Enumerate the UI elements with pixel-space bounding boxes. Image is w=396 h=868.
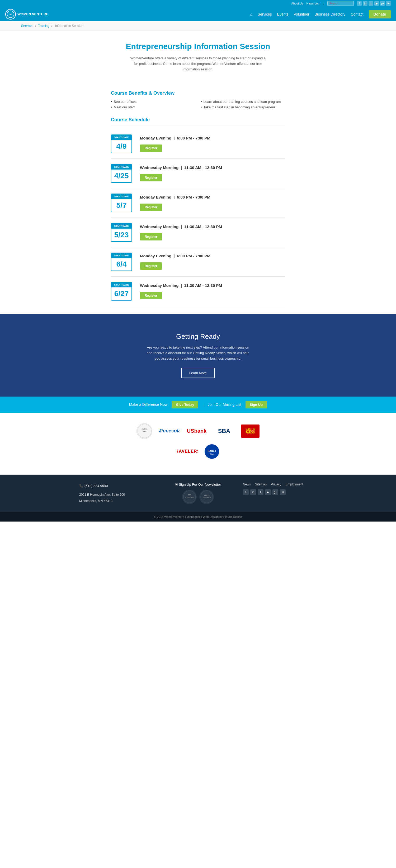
footer-address1: 2021 E Hennepin Ave, Suite 200 (79, 492, 153, 498)
benefit-item-2: Meet our staff (111, 105, 195, 109)
linkedin-icon[interactable]: in (363, 1, 367, 6)
logo-icon: W (5, 9, 16, 20)
register-button-6[interactable]: Register (140, 292, 162, 299)
schedule-item-1: START DATE 4/9 Monday Evening | 6:00 PM … (111, 129, 285, 159)
sponsors-section: ANOKA COUNTY Minnesota USbank SBA WELLSF… (0, 413, 396, 475)
svg-text:BBB: BBB (188, 494, 191, 496)
schedule-item-4: START DATE 5/23 Wednesday Morning | 11:3… (111, 218, 285, 247)
sign-up-button[interactable]: Sign Up (246, 401, 267, 408)
nav-home[interactable]: ⌂ (250, 12, 252, 17)
footer-privacy-link[interactable]: Privacy (271, 483, 281, 486)
donate-button[interactable]: Donate (369, 10, 391, 19)
page-description: WomenVenture offers a variety of differe… (130, 56, 266, 72)
sponsor-usbank: USbank (186, 425, 207, 438)
calendar-header-6: START DATE (111, 282, 132, 287)
sponsor-anoka: ANOKA COUNTY (137, 423, 152, 439)
schedule-details-6: Wednesday Morning | 11:30 AM - 12:30 PM … (140, 283, 285, 299)
footer: 📞 (612) 224-9540 2021 E Hennepin Ave, Su… (0, 475, 396, 512)
sponsor-wellsfargo: WELLSFARGO (241, 425, 259, 438)
calendar-6-4: START DATE 6/4 (111, 253, 132, 271)
footer-news-link[interactable]: News (243, 483, 251, 486)
register-button-2[interactable]: Register (140, 174, 162, 181)
breadcrumb-sep2: / (51, 24, 53, 28)
email-icon[interactable]: ✉ (386, 1, 391, 6)
nav-services[interactable]: Services (258, 12, 272, 17)
getting-ready-description: Are you ready to take the next step? Att… (145, 345, 251, 361)
footer-employment-link[interactable]: Employment (285, 483, 303, 486)
sponsor-travelers: TRAVELERS ♦ (177, 445, 198, 458)
footer-twitter-icon[interactable]: t (258, 489, 263, 495)
schedule-name-3: Monday Evening | 6:00 PM - 7:00 PM (140, 195, 285, 199)
svg-text:W: W (9, 13, 12, 16)
copyright-text: © 2018 WomenVenture | Minneapolis Web De… (154, 515, 242, 518)
top-social-icons: f in t ▶ g+ ✉ (357, 1, 391, 6)
nav-events[interactable]: Events (277, 12, 288, 17)
breadcrumb-training[interactable]: Training (38, 24, 49, 28)
google-plus-icon[interactable]: g+ (380, 1, 385, 6)
cta-divider: | (202, 402, 203, 407)
facebook-icon[interactable]: f (357, 1, 362, 6)
schedule-name-1: Monday Evening | 6:00 PM - 7:00 PM (140, 136, 285, 140)
schedule-details-2: Wednesday Morning | 11:30 AM - 12:30 PM … (140, 165, 285, 181)
calendar-date-2: 4/25 (111, 169, 132, 182)
footer-bottom: © 2018 WomenVenture | Minneapolis Web De… (0, 512, 396, 522)
search-input[interactable] (328, 1, 354, 6)
schedule-details-3: Monday Evening | 6:00 PM - 7:00 PM Regis… (140, 195, 285, 211)
schedule-item-5: START DATE 6/4 Monday Evening | 6:00 PM … (111, 247, 285, 277)
twitter-icon[interactable]: t (369, 1, 373, 6)
schedule-details-4: Wednesday Morning | 11:30 AM - 12:30 PM … (140, 224, 285, 241)
sponsor-sba: SBA (214, 425, 235, 438)
footer-newsletter: ✉ Sign Up For Our Newsletter BBB ACCREDI… (161, 483, 235, 504)
main-nav: W WOMEN VENTURE ⌂ Services Events Volunt… (0, 7, 396, 21)
footer-youtube-icon[interactable]: ▶ (265, 489, 271, 495)
sponsors-row-2: TRAVELERS ♦ Sam's Club (5, 444, 391, 459)
newsroom-link[interactable]: Newsroom (307, 2, 320, 5)
footer-links: News Sitemap Privacy Employment f in t ▶… (243, 483, 317, 504)
breadcrumb-services[interactable]: Services (21, 24, 33, 28)
svg-text:Club: Club (209, 453, 214, 455)
sponsor-minnesota: Minnesota (159, 425, 180, 438)
main-content: Entrepreneurship Information Session Wom… (106, 31, 290, 90)
footer-link-row: News Sitemap Privacy Employment (243, 483, 317, 486)
calendar-header-4: START DATE (111, 224, 132, 228)
course-benefits: Course Benefits & Overview See our offic… (106, 90, 290, 109)
schedule-name-4: Wednesday Morning | 11:30 AM - 12:30 PM (140, 224, 285, 229)
learn-more-button[interactable]: Learn More (181, 368, 215, 378)
footer-sitemap-link[interactable]: Sitemap (255, 483, 266, 486)
svg-text:COUNTY: COUNTY (142, 431, 147, 432)
footer-google-icon[interactable]: g+ (273, 489, 278, 495)
schedule-name-2: Wednesday Morning | 11:30 AM - 12:30 PM (140, 165, 285, 170)
svg-text:Sam's: Sam's (207, 449, 216, 453)
calendar-header-2: START DATE (111, 164, 132, 169)
about-us-link[interactable]: About Us (291, 2, 303, 5)
calendar-date-4: 5/23 (111, 228, 132, 241)
calendar-6-27: START DATE 6/27 (111, 282, 132, 301)
footer-facebook-icon[interactable]: f (243, 489, 249, 495)
breadcrumb-sep1: / (35, 24, 37, 28)
youtube-icon[interactable]: ▶ (374, 1, 379, 6)
calendar-date-6: 6/27 (111, 287, 132, 300)
register-button-4[interactable]: Register (140, 233, 162, 241)
benefits-grid: See our offices Learn about our training… (111, 100, 285, 109)
course-schedule: Course Schedule START DATE 4/9 Monday Ev… (106, 117, 290, 306)
schedule-details-5: Monday Evening | 6:00 PM - 7:00 PM Regis… (140, 254, 285, 270)
site-logo[interactable]: W WOMEN VENTURE (5, 9, 48, 20)
getting-ready-heading: Getting Ready (5, 333, 391, 341)
benefit-item-3: Learn about our training courses and loa… (201, 100, 285, 104)
schedule-name-5: Monday Evening | 6:00 PM - 7:00 PM (140, 254, 285, 258)
register-button-3[interactable]: Register (140, 204, 162, 211)
give-today-button[interactable]: Give Today (172, 401, 198, 408)
calendar-4-25: START DATE 4/25 (111, 164, 132, 183)
benefits-heading: Course Benefits & Overview (111, 90, 285, 96)
email-icon: ✉ (175, 483, 179, 487)
calendar-date-3: 5/7 (111, 199, 132, 212)
nav-contact[interactable]: Contact (350, 12, 363, 17)
register-button-1[interactable]: Register (140, 145, 162, 152)
breadcrumb: Services / Training / Information Sessio… (0, 21, 396, 31)
footer-email-icon[interactable]: ✉ (280, 489, 286, 495)
nav-business-directory[interactable]: Business Directory (315, 12, 346, 17)
register-button-5[interactable]: Register (140, 262, 162, 270)
calendar-5-7: START DATE 5/7 (111, 193, 132, 212)
nav-volunteer[interactable]: Volunteer (293, 12, 309, 17)
footer-linkedin-icon[interactable]: in (250, 489, 256, 495)
